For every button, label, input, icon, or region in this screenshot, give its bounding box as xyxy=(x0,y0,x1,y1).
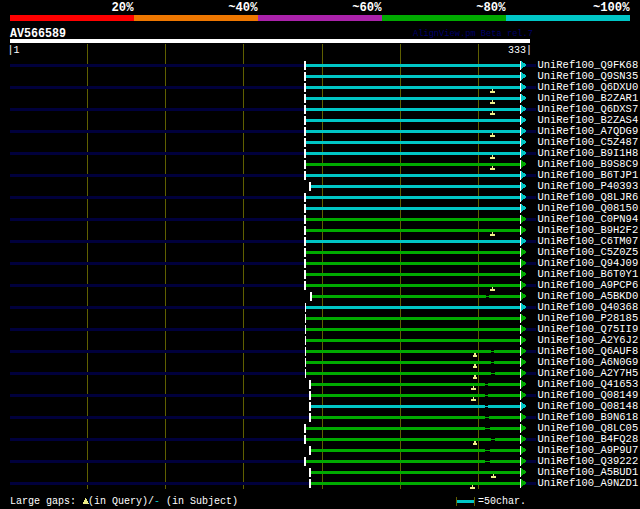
svg-text:~60%: ~60% xyxy=(352,1,382,15)
svg-text:|1: |1 xyxy=(8,45,20,56)
svg-text:Large gaps:: Large gaps: xyxy=(10,496,76,507)
svg-text:-: - xyxy=(154,496,160,507)
svg-text:AV566589: AV566589 xyxy=(10,27,66,41)
svg-text:~80%: ~80% xyxy=(476,1,506,15)
svg-text:(in Query)/: (in Query)/ xyxy=(88,496,154,507)
svg-text:333|: 333| xyxy=(508,45,532,56)
svg-text:~40%: ~40% xyxy=(228,1,258,15)
svg-text:=50char.: =50char. xyxy=(478,496,526,507)
svg-text:AlignView.pm Beta rel.7: AlignView.pm Beta rel.7 xyxy=(413,28,533,39)
svg-text:UniRef100_A9NZD1: UniRef100_A9NZD1 xyxy=(537,477,638,489)
svg-text:20%: 20% xyxy=(112,1,135,15)
svg-text:~100%: ~100% xyxy=(593,1,630,15)
svg-text:(in Subject): (in Subject) xyxy=(166,496,238,507)
